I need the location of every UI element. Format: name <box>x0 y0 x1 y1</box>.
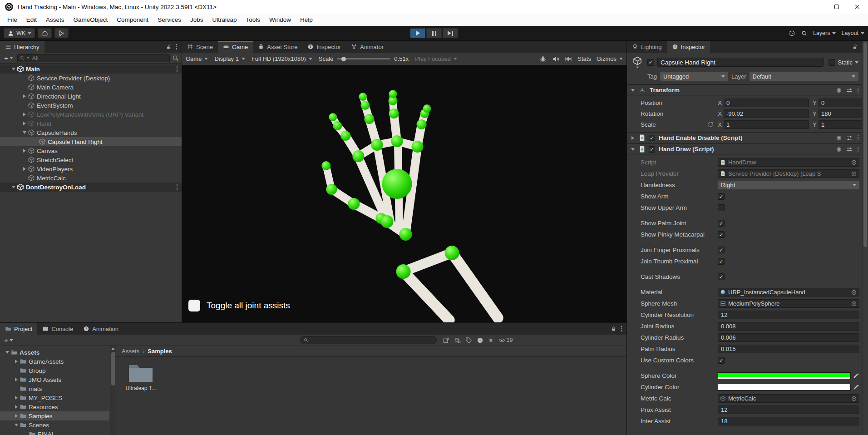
tab-asset-store[interactable]: Asset Store <box>253 41 302 53</box>
static-dropdown-icon[interactable] <box>855 61 858 64</box>
stats-button[interactable]: Stats <box>577 55 591 62</box>
tab-inspector[interactable]: Inspector <box>302 41 345 53</box>
breadcrumb-current[interactable]: Samples <box>148 348 172 355</box>
tree-row-main[interactable]: Main <box>0 64 182 74</box>
project-item-ultraleap-t[interactable]: Ultraleap T... <box>123 362 158 391</box>
scroll-up-arrow-icon[interactable] <box>111 347 115 350</box>
eyedropper-icon[interactable] <box>853 372 859 379</box>
menu-item-tools[interactable]: Tools <box>241 14 265 25</box>
play-button[interactable] <box>410 28 425 38</box>
foldout-arrow-icon[interactable] <box>630 148 636 151</box>
object-picker-icon[interactable] <box>851 289 857 296</box>
menu-item-edit[interactable]: Edit <box>22 14 41 25</box>
menu-item-services[interactable]: Services <box>153 14 186 25</box>
search-button[interactable] <box>801 30 808 37</box>
menu-item-window[interactable]: Window <box>265 14 296 25</box>
component-header-hand-draw-script[interactable]: # Hand Draw (Script) ? <box>627 143 862 155</box>
show-palm-joint-checkbox[interactable] <box>718 220 725 227</box>
joint-assists-checkbox[interactable] <box>188 300 200 311</box>
help-icon[interactable]: ? <box>836 135 842 141</box>
sphere-mesh-object-field[interactable]: MediumPolySphere <box>718 299 859 308</box>
tree-row-dontdestroyonload[interactable]: DontDestroyOnLoad <box>0 183 182 192</box>
help-icon[interactable]: ? <box>836 87 842 94</box>
cylinder-resolution-field[interactable]: 12 <box>718 311 859 319</box>
scale-slider-knob[interactable] <box>341 57 346 61</box>
gameobject-name-input[interactable] <box>657 58 824 67</box>
display-dropdown[interactable]: Display 1 <box>214 55 245 62</box>
color-swatch[interactable] <box>718 372 851 379</box>
scale-y-input[interactable] <box>819 120 868 129</box>
component-enabled-checkbox[interactable] <box>649 135 655 141</box>
kebab-menu-icon[interactable] <box>175 43 178 50</box>
layout-dropdown[interactable]: Layout <box>841 30 864 36</box>
tab-animator[interactable]: Animator <box>346 41 389 53</box>
menu-item-jobs[interactable]: Jobs <box>186 14 208 25</box>
show-upper-arm-checkbox[interactable] <box>718 204 725 211</box>
foldout-arrow-icon[interactable] <box>10 68 17 70</box>
gameobject-cube-icon[interactable] <box>631 56 644 69</box>
project-tree-scrollbar[interactable] <box>110 346 116 435</box>
scrollbar-thumb[interactable] <box>863 42 867 247</box>
foldout-arrow-icon[interactable] <box>13 360 20 363</box>
tree-row-eventsystem[interactable]: EventSystem <box>0 101 182 110</box>
add-gameobject-button[interactable]: + <box>3 54 15 62</box>
tree-row-capsulehands[interactable]: CapsuleHands <box>0 128 182 137</box>
tree-row-scenes[interactable]: Scenes <box>0 420 109 430</box>
tab-console[interactable]: Console <box>37 323 78 335</box>
resolution-dropdown[interactable]: Full HD (1920x1080) <box>252 55 312 62</box>
rotation-y-input[interactable] <box>819 109 868 118</box>
scale-x-input[interactable] <box>724 120 809 129</box>
handedness-dropdown[interactable]: Right <box>718 181 859 189</box>
picker-icon[interactable] <box>173 55 179 61</box>
tree-row-directional-light[interactable]: Directional Light <box>0 92 182 101</box>
presets-icon[interactable] <box>846 87 853 94</box>
tree-row-canvas[interactable]: Canvas <box>0 146 182 155</box>
tree-row-my-poses[interactable]: MY_POSES <box>0 393 109 402</box>
mute-audio-icon[interactable] <box>552 55 559 63</box>
help-icon[interactable]: ? <box>836 146 842 153</box>
version-control-button[interactable] <box>54 28 69 38</box>
tree-row-jmo-assets[interactable]: JMO Assets <box>0 375 109 384</box>
join-thumb-proximal-checkbox[interactable] <box>718 258 725 265</box>
foldout-arrow-icon[interactable] <box>13 396 20 400</box>
tree-row-videoplayers[interactable]: VideoPlayers <box>0 164 182 173</box>
minimize-button[interactable] <box>805 0 826 14</box>
menu-item-gameobject[interactable]: GameObject <box>69 14 113 25</box>
tree-row-gameassets[interactable]: GameAssets <box>0 357 109 366</box>
locked-lock-icon[interactable] <box>611 326 616 332</box>
foldout-arrow-icon[interactable] <box>13 424 20 426</box>
pause-button[interactable] <box>426 28 442 38</box>
tree-row-assets[interactable]: Assets <box>0 348 109 357</box>
tree-row-group[interactable]: Group <box>0 366 109 375</box>
show-arm-checkbox[interactable] <box>718 193 725 200</box>
show-pinky-metacarpal-checkbox[interactable] <box>718 231 725 238</box>
eyedropper-icon[interactable] <box>853 384 859 391</box>
script-object-field[interactable]: #HandDraw <box>718 158 859 167</box>
tab-inspector[interactable]: Inspector <box>667 41 710 53</box>
component-header-hand-enable-disable-script[interactable]: # Hand Enable Disable (Script) ? <box>627 132 862 143</box>
palm-radius-field[interactable]: 0.015 <box>718 345 859 353</box>
object-picker-icon[interactable] <box>851 395 857 402</box>
menu-item-file[interactable]: File <box>3 14 22 25</box>
inter-assist-field[interactable]: 18 <box>718 417 859 425</box>
rotation-x-input[interactable] <box>724 109 809 118</box>
visibility-eye-group[interactable]: 19 <box>498 337 513 344</box>
object-picker-icon[interactable] <box>851 171 857 177</box>
join-finger-proximals-checkbox[interactable] <box>718 247 725 253</box>
menu-item-component[interactable]: Component <box>112 14 153 25</box>
position-x-input[interactable] <box>724 99 809 107</box>
kebab-menu-icon[interactable] <box>857 134 860 142</box>
metric-calc-object-field[interactable]: MetricCalc <box>718 394 859 403</box>
undo-history-button[interactable] <box>789 30 795 37</box>
packages-visibility-icon[interactable] <box>454 337 461 344</box>
foldout-arrow-icon[interactable] <box>13 414 20 418</box>
open-search-window-icon[interactable] <box>443 337 449 344</box>
tab-hierarchy[interactable]: Hierarchy <box>0 41 44 53</box>
kebab-menu-icon[interactable] <box>176 65 179 73</box>
foldout-arrow-icon[interactable] <box>13 405 20 409</box>
label-tag-icon[interactable] <box>465 337 472 344</box>
tree-row-hand[interactable]: Hand <box>0 119 182 128</box>
tree-row-capsule-hand-right[interactable]: Capsule Hand Right <box>0 137 182 146</box>
breadcrumb-root[interactable]: Assets <box>122 348 139 355</box>
unlocked-lock-icon[interactable] <box>166 44 172 50</box>
